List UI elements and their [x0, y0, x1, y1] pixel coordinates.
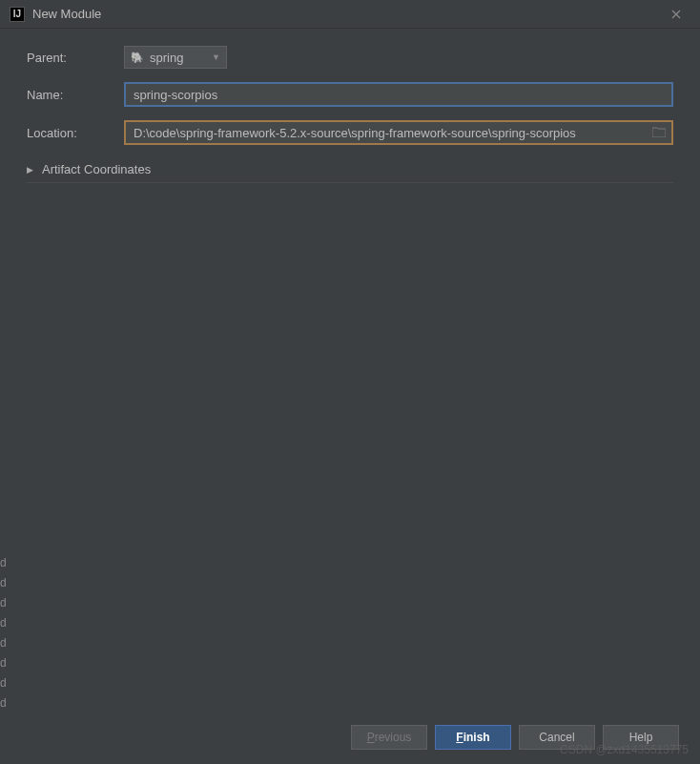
- previous-button[interactable]: Previous: [351, 725, 427, 750]
- row-name: Name:: [27, 82, 673, 107]
- close-icon[interactable]: [662, 5, 690, 24]
- gradle-icon: 🐘: [131, 52, 144, 64]
- chevron-right-icon: ▶: [27, 165, 36, 175]
- cancel-button[interactable]: Cancel: [519, 725, 595, 750]
- finish-button[interactable]: Finish: [435, 725, 511, 750]
- artifact-coordinates-toggle[interactable]: ▶ Artifact Coordinates: [27, 158, 673, 180]
- label-location: Location:: [27, 126, 124, 140]
- app-icon: IJ: [10, 7, 25, 22]
- background-strip: dddddddd: [0, 553, 5, 744]
- name-input[interactable]: [124, 82, 673, 107]
- chevron-down-icon: ▼: [212, 52, 220, 62]
- label-name: Name:: [27, 88, 124, 102]
- parent-dropdown[interactable]: 🐘 spring ▼: [124, 46, 227, 69]
- divider: [27, 182, 673, 183]
- form-area: Parent: 🐘 spring ▼ Name: Location: D:\co…: [0, 29, 700, 193]
- parent-value: spring: [150, 51, 212, 65]
- label-parent: Parent:: [27, 51, 124, 65]
- help-button[interactable]: Help: [603, 725, 679, 750]
- artifact-label: Artifact Coordinates: [42, 162, 151, 176]
- titlebar: IJ New Module: [0, 0, 700, 29]
- window-title: New Module: [32, 7, 662, 21]
- row-parent: Parent: 🐘 spring ▼: [27, 46, 673, 69]
- row-location: Location: D:\code\spring-framework-5.2.x…: [27, 120, 673, 145]
- button-bar: Previous Finish Cancel Help: [351, 725, 679, 750]
- location-value: D:\code\spring-framework-5.2.x-source\sp…: [134, 126, 652, 140]
- location-input[interactable]: D:\code\spring-framework-5.2.x-source\sp…: [124, 120, 673, 145]
- folder-icon[interactable]: [652, 126, 666, 140]
